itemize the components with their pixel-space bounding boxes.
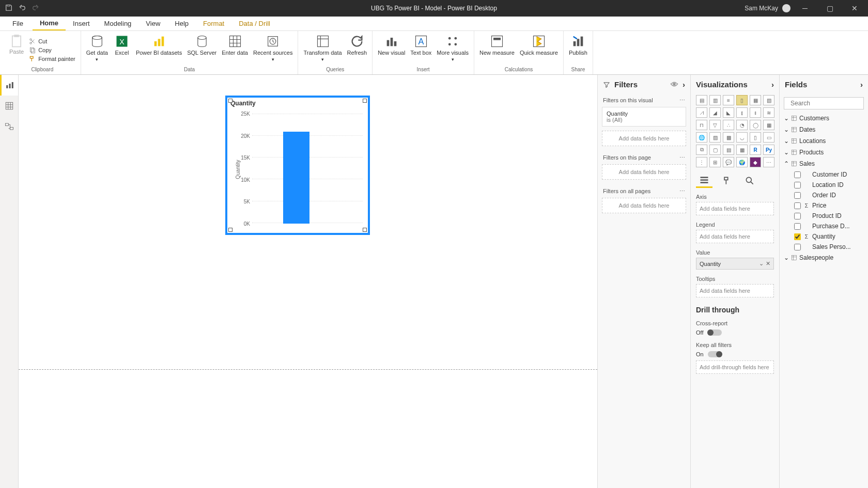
drill-through-well[interactable]: Add drill-through fields here — [696, 360, 774, 374]
user-account[interactable]: Sam McKay — [745, 4, 791, 12]
field-sales-person[interactable]: Sales Perso... — [780, 242, 868, 252]
more-icon[interactable]: ⋯ — [679, 97, 685, 104]
analytics-tab[interactable] — [741, 174, 758, 188]
quick-measure-button[interactable]: Quick measure — [518, 33, 560, 67]
field-order-id[interactable]: Order ID — [780, 190, 868, 200]
save-icon[interactable] — [5, 4, 12, 13]
keep-filters-toggle[interactable] — [708, 351, 722, 357]
viz-donut[interactable]: ◯ — [750, 120, 761, 130]
report-canvas[interactable]: Quantity Quantity 25K 20K 15K 10K 5K 0K — [19, 75, 597, 488]
field-customer-id[interactable]: Customer ID — [780, 169, 868, 180]
table-sales[interactable]: ⌃Sales — [780, 158, 868, 169]
viz-more[interactable]: ⋯ — [763, 157, 774, 167]
collapse-icon[interactable]: › — [683, 80, 685, 89]
table-dates[interactable]: ⌄Dates — [780, 124, 868, 135]
viz-r[interactable]: R — [750, 145, 761, 155]
format-tab[interactable] — [719, 174, 735, 188]
collapse-icon[interactable]: › — [771, 80, 774, 89]
chevron-down-icon[interactable]: ⌄ — [759, 260, 764, 267]
viz-qa[interactable]: 💬 — [723, 157, 734, 167]
resize-handle[interactable] — [228, 99, 233, 103]
viz-multi-card[interactable]: ▭ — [763, 132, 774, 143]
viz-card[interactable]: ▯ — [750, 132, 761, 143]
viz-table[interactable]: ▤ — [723, 145, 734, 155]
tab-modeling[interactable]: Modeling — [97, 17, 139, 30]
redo-icon[interactable] — [32, 4, 39, 13]
format-painter-button[interactable]: Format painter — [27, 55, 78, 63]
tooltips-well[interactable]: Add data fields here — [696, 284, 774, 297]
viz-waterfall[interactable]: ⊓ — [696, 120, 707, 130]
selected-visual[interactable]: Quantity Quantity 25K 20K 15K 10K 5K 0K — [225, 96, 370, 235]
text-box-button[interactable]: AText box — [408, 33, 433, 67]
axis-well[interactable]: Add data fields here — [696, 202, 774, 215]
viz-100-column[interactable]: ▧ — [763, 95, 774, 105]
viz-stacked-bar[interactable]: ▤ — [696, 95, 707, 105]
tab-help[interactable]: Help — [167, 17, 196, 30]
maximize-button[interactable]: ▢ — [819, 0, 840, 17]
viz-100-bar[interactable]: ▦ — [750, 95, 761, 105]
more-icon[interactable]: ⋯ — [679, 188, 685, 195]
viz-matrix[interactable]: ▦ — [736, 145, 748, 155]
tab-home[interactable]: Home — [33, 17, 66, 30]
data-view-button[interactable] — [0, 96, 18, 116]
refresh-button[interactable]: Refresh — [345, 33, 369, 67]
viz-line[interactable]: ⩘ — [696, 107, 707, 118]
viz-arcgis[interactable]: 🌍 — [736, 157, 748, 167]
copy-button[interactable]: Copy — [27, 46, 78, 54]
minimize-button[interactable]: ─ — [795, 0, 815, 17]
tab-view[interactable]: View — [138, 17, 167, 30]
field-location-id[interactable]: Location ID — [780, 180, 868, 190]
field-product-id[interactable]: Product ID — [780, 211, 868, 221]
viz-clustered-column[interactable]: ▯ — [736, 95, 748, 105]
enter-data-button[interactable]: Enter data — [220, 33, 250, 67]
viz-slicer[interactable]: ▢ — [709, 145, 721, 155]
close-button[interactable]: ✕ — [844, 0, 865, 17]
resize-handle[interactable] — [228, 228, 233, 232]
table-locations[interactable]: ⌄Locations — [780, 135, 868, 147]
tab-format[interactable]: Format — [196, 17, 231, 30]
filter-card-quantity[interactable]: Quantity is (All) — [602, 107, 686, 127]
search-input[interactable] — [791, 100, 868, 107]
tab-data-drill[interactable]: Data / Drill — [231, 17, 277, 30]
viz-kpi[interactable]: ⧉ — [696, 145, 707, 155]
viz-stacked-area[interactable]: ◣ — [723, 107, 734, 118]
publish-button[interactable]: Publish — [567, 33, 590, 67]
table-products[interactable]: ⌄Products — [780, 147, 868, 158]
get-data-button[interactable]: Get data▾ — [84, 33, 110, 67]
viz-ribbon[interactable]: ≋ — [763, 107, 774, 118]
viz-shape-map[interactable]: ▩ — [723, 132, 734, 143]
viz-stacked-column[interactable]: ▥ — [709, 95, 721, 105]
viz-key-influencers[interactable]: ⋮ — [696, 157, 707, 167]
resize-handle[interactable] — [363, 228, 367, 232]
table-salespeople[interactable]: ⌄Salespeople — [780, 252, 868, 263]
fields-search[interactable] — [784, 97, 864, 109]
paste-button[interactable]: Paste — [7, 33, 26, 67]
new-visual-button[interactable]: New visual — [376, 33, 407, 67]
viz-funnel[interactable]: ▽ — [709, 120, 721, 130]
viz-scatter[interactable]: ∴ — [723, 120, 734, 130]
pbi-datasets-button[interactable]: Power BI datasets — [134, 33, 184, 67]
collapse-icon[interactable]: › — [860, 80, 863, 89]
transform-data-button[interactable]: Transform data▾ — [301, 33, 344, 67]
viz-map[interactable]: 🌐 — [696, 132, 707, 143]
viz-filled-map[interactable]: ▨ — [709, 132, 721, 143]
new-measure-button[interactable]: New measure — [477, 33, 517, 67]
legend-well[interactable]: Add data fields here — [696, 230, 774, 243]
tab-insert[interactable]: Insert — [66, 17, 97, 30]
filter-drop-visual[interactable]: Add data fields here — [602, 131, 686, 146]
viz-powerapps[interactable]: ◆ — [750, 157, 761, 167]
more-icon[interactable]: ⋯ — [679, 154, 685, 161]
table-customers[interactable]: ⌄Customers — [780, 113, 868, 124]
field-price[interactable]: ΣPrice — [780, 200, 868, 211]
viz-area[interactable]: ◢ — [709, 107, 721, 118]
report-view-button[interactable] — [0, 75, 18, 96]
viz-gauge[interactable]: ◡ — [736, 132, 748, 143]
excel-button[interactable]: XExcel — [111, 33, 133, 67]
sql-server-button[interactable]: SQL Server — [185, 33, 219, 67]
viz-treemap[interactable]: ▦ — [763, 120, 774, 130]
recent-sources-button[interactable]: Recent sources▾ — [251, 33, 295, 67]
viz-line-column[interactable]: ⫿ — [736, 107, 748, 118]
eye-icon[interactable]: 👁 — [671, 80, 678, 89]
fields-tab[interactable] — [696, 174, 712, 188]
cross-report-toggle[interactable] — [707, 329, 722, 336]
